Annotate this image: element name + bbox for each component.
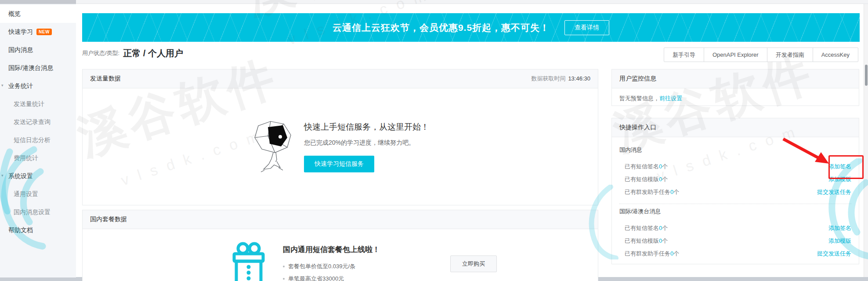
submit-send-task-link[interactable]: 提交发送任务	[817, 188, 851, 196]
sidebar-item-label: 系统设置	[8, 172, 33, 180]
expand-arrow-icon[interactable]: ▾	[1, 173, 4, 178]
sidebar-item-label: 发送记录查询	[14, 118, 51, 126]
quick-learn-subtitle: 您已完成20%的学习进度，继续努力吧。	[304, 139, 429, 147]
top-strip-left	[0, 0, 76, 4]
developer-guide-button[interactable]: 开发者指南	[767, 47, 813, 62]
data-fetch-time-value: 13:46:30	[568, 75, 590, 82]
sidebar-item-label: 通用设置	[14, 190, 38, 198]
sidebar-item-label: 概览	[8, 10, 21, 18]
quick-action-row: 已有短信签名0个 添加签名	[619, 160, 851, 173]
sidebar-item-label: 国内消息设置	[14, 208, 51, 216]
quick-action-row: 已有群发助手任务0个 提交发送任务	[619, 247, 851, 260]
panel-title: 国内套餐数据	[90, 215, 127, 223]
view-details-button[interactable]: 查看详情	[564, 20, 609, 35]
domestic-package-panel-header: 国内套餐数据	[83, 210, 598, 229]
sidebar-item-label: 短信日志分析	[14, 136, 51, 144]
sidebar-item-label: 国际/港澳台消息	[8, 64, 53, 72]
top-strip	[0, 0, 868, 4]
package-bullet: 套餐包单价低至0.039元/条	[283, 263, 380, 270]
beginner-guide-button[interactable]: 新手引导	[664, 47, 704, 62]
panel-title: 发送量数据	[90, 75, 121, 83]
row-label: 已有短信模版0个	[625, 237, 668, 245]
section-title-international: 国际/港澳台消息	[619, 208, 851, 215]
sidebar-item-quick-learn[interactable]: 快速学习NEW	[0, 23, 76, 41]
quick-actions-body: 国内消息 已有短信签名0个 添加签名 已有短信模版0个 添加模版 已有群发助手任…	[612, 137, 859, 260]
vertical-scrollbar[interactable]	[864, 4, 868, 277]
user-monitor-body: 暂无预警信息，前往设置	[612, 88, 859, 109]
user-status-row: 用户状态/类型: 正常 / 个人用户	[82, 46, 183, 61]
sidebar-item-overview[interactable]: 概览	[0, 5, 76, 23]
row-label: 已有短信签名0个	[625, 163, 668, 171]
sidebar-item-send-volume-stats[interactable]: 发送量统计	[0, 95, 76, 113]
row-label: 已有群发助手任务0个	[625, 188, 679, 196]
sidebar-item-system-settings[interactable]: ▾系统设置	[0, 167, 76, 185]
promo-banner-text: 云通信上云狂欢节，会员优惠9.5折起，惠不可失！	[333, 22, 550, 34]
sidebar-item-label: 快速学习	[8, 28, 33, 36]
quick-learn-button[interactable]: 快速学习短信服务	[304, 156, 374, 172]
sidebar-item-domestic-messages[interactable]: 国内消息	[0, 41, 76, 59]
sidebar-item-business-stats[interactable]: ▾业务统计	[0, 77, 76, 95]
quick-actions-panel: 快捷操作入口 国内消息 已有短信签名0个 添加签名 已有短信模版0个 添加模版 …	[611, 118, 859, 264]
sidebar-item-label: 国内消息	[8, 46, 33, 54]
gift-icon	[232, 242, 265, 281]
accesskey-button[interactable]: AccessKey	[813, 47, 858, 62]
sidebar-item-send-record-query[interactable]: 发送记录查询	[0, 113, 76, 131]
sidebar-item-label: 费用统计	[14, 154, 38, 162]
quick-actions-panel-header: 快捷操作入口	[612, 118, 859, 137]
bullet-dot	[283, 266, 285, 267]
add-template-link[interactable]: 添加模版	[828, 175, 851, 183]
add-signature-link[interactable]: 添加签名	[828, 163, 851, 171]
sidebar-item-domestic-message-settings[interactable]: 国内消息设置	[0, 203, 76, 221]
dotted-divider	[619, 204, 851, 204]
domestic-package-panel: 国内套餐数据 国内通用短信套餐包上线啦！ 套餐包单价低至0	[82, 210, 598, 281]
user-monitor-panel-header: 用户监控信息	[612, 69, 859, 88]
panel-title: 用户监控信息	[619, 75, 656, 83]
package-promo-title: 国内通用短信套餐包上线啦！	[283, 245, 380, 255]
add-signature-link-intl[interactable]: 添加签名	[828, 224, 851, 232]
package-bullet-text: 套餐包单价低至0.039元/条	[288, 263, 355, 270]
sidebar-item-help-docs[interactable]: 帮助文档	[0, 221, 76, 239]
robot-mascot-icon	[251, 120, 293, 174]
user-monitor-panel: 用户监控信息 暂无预警信息，前往设置	[611, 69, 859, 106]
data-fetch-time-label: 数据获取时间	[531, 75, 565, 82]
send-volume-panel: 发送量数据 数据获取时间13:46:30 快速上手短信服务，从	[82, 69, 598, 205]
sidebar-item-label: 业务统计	[8, 82, 33, 90]
row-label: 已有短信模版0个	[625, 175, 668, 183]
bullet-dot	[283, 278, 285, 280]
package-bullet-text: 单笔最高立省33000元	[288, 275, 344, 281]
row-label: 已有短信签名0个	[625, 224, 668, 232]
new-badge: NEW	[36, 29, 52, 35]
go-to-settings-link[interactable]: 前往设置	[659, 95, 682, 102]
header-button-group: 新手引导 OpenAPI Explorer 开发者指南 AccessKey	[664, 47, 858, 62]
openapi-explorer-button[interactable]: OpenAPI Explorer	[704, 47, 767, 62]
package-promo-section: 国内通用短信套餐包上线啦！ 套餐包单价低至0.039元/条 单笔最高立省3300…	[83, 229, 598, 281]
console-page: 概览 快速学习NEW 国内消息 国际/港澳台消息 ▾业务统计 发送量统计 发送记…	[0, 0, 868, 281]
quick-learn-texts: 快速上手短信服务，从这里开始！ 您已完成20%的学习进度，继续努力吧。 快速学习…	[304, 121, 429, 172]
quick-action-row: 已有短信模版0个 添加模版	[619, 234, 851, 247]
sidebar-item-label: 发送量统计	[14, 100, 44, 108]
sidebar-item-sms-log-analysis[interactable]: 短信日志分析	[0, 131, 76, 149]
send-volume-panel-header: 发送量数据 数据获取时间13:46:30	[83, 69, 598, 88]
submit-send-task-link-intl[interactable]: 提交发送任务	[817, 250, 851, 258]
scrollbar-thumb[interactable]	[865, 65, 868, 86]
package-bullet: 单笔最高立省33000元	[283, 275, 380, 281]
expand-arrow-icon[interactable]: ▾	[1, 83, 4, 88]
quick-action-row: 已有短信模版0个 添加模版	[619, 173, 851, 186]
data-fetch-time: 数据获取时间13:46:30	[531, 75, 590, 83]
section-title-domestic: 国内消息	[619, 146, 851, 154]
quick-action-row: 已有群发助手任务0个 提交发送任务	[619, 186, 851, 198]
quick-action-row: 已有短信签名0个 添加签名	[619, 222, 851, 234]
panel-title: 快捷操作入口	[619, 124, 656, 131]
quick-learn-title: 快速上手短信服务，从这里开始！	[304, 121, 429, 133]
promo-banner: 云通信上云狂欢节，会员优惠9.5折起，惠不可失！ 查看详情	[82, 13, 860, 42]
buy-now-button[interactable]: 立即购买	[450, 255, 497, 272]
sidebar-item-intl-messages[interactable]: 国际/港澳台消息	[0, 59, 76, 77]
row-label: 已有群发助手任务0个	[625, 250, 679, 258]
sidebar: 概览 快速学习NEW 国内消息 国际/港澳台消息 ▾业务统计 发送量统计 发送记…	[0, 4, 76, 277]
sidebar-item-general-settings[interactable]: 通用设置	[0, 185, 76, 203]
quick-learn-section: 快速上手短信服务，从这里开始！ 您已完成20%的学习进度，继续努力吧。 快速学习…	[83, 88, 598, 205]
sidebar-item-cost-stats[interactable]: 费用统计	[0, 149, 76, 167]
user-status-value: 正常 / 个人用户	[123, 47, 183, 59]
package-promo-texts: 国内通用短信套餐包上线啦！ 套餐包单价低至0.039元/条 单笔最高立省3300…	[283, 245, 380, 281]
add-template-link-intl[interactable]: 添加模版	[828, 237, 851, 245]
